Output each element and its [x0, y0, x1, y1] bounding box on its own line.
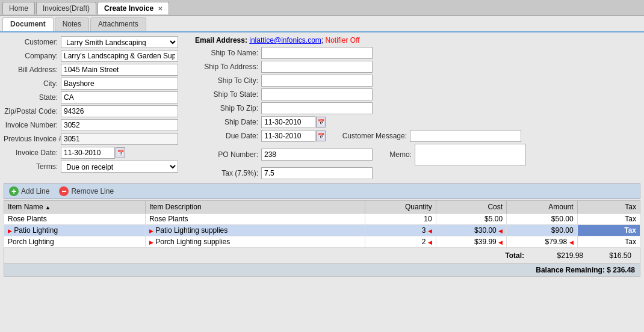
ship-to-name-label: Ship To Name:	[195, 49, 261, 57]
remove-line-button[interactable]: − Remove Line	[59, 186, 114, 196]
ship-to-address-label: Ship To Address:	[195, 63, 261, 71]
item-desc-cell: ▶ Patio Lighting supplies	[145, 225, 365, 236]
invoice-number-field[interactable]	[61, 119, 178, 131]
tax-label: Tax (7.5%):	[195, 169, 261, 177]
city-label: City:	[4, 79, 61, 88]
terms-select[interactable]: Due on receipt	[61, 161, 178, 173]
prev-invoice-field	[61, 133, 178, 145]
state-field[interactable]	[61, 91, 178, 103]
col-item-description[interactable]: Item Description	[145, 201, 365, 214]
terms-label: Terms:	[4, 162, 61, 171]
item-cost-cell: $5.00	[436, 214, 506, 225]
ship-to-state-label: Ship To State:	[195, 90, 261, 99]
totals-row: Total: $219.98 $16.50	[4, 248, 640, 264]
item-name-cell: ▶ Patio Lighting	[4, 225, 146, 236]
add-line-label: Add Line	[21, 187, 49, 195]
row-flag-icon: ▶	[149, 228, 153, 234]
row-flag-right-icon2: ◀	[498, 228, 503, 234]
main-content: Customer: Larry Smith Landscaping Compan…	[0, 32, 644, 332]
zip-label: Zip/Postal Code:	[4, 107, 61, 115]
ship-to-city-field[interactable]	[261, 75, 373, 87]
add-line-button[interactable]: + Add Line	[9, 186, 49, 196]
table-row[interactable]: Rose Plants Rose Plants 10 $5.00 $50.00 …	[4, 214, 640, 225]
invoice-number-label: Invoice Number:	[4, 121, 61, 129]
item-amount-cell: $50.00	[507, 214, 577, 225]
item-tax-cell: Tax	[577, 214, 640, 225]
col-amount[interactable]: Amount	[507, 201, 577, 214]
company-field[interactable]	[61, 50, 178, 62]
totals-table: Total: $219.98 $16.50	[500, 250, 636, 261]
ship-date-field[interactable]	[261, 116, 315, 128]
email-link[interactable]: inlattice@infonics.com	[249, 36, 321, 45]
col-item-name[interactable]: Item Name ▲	[4, 201, 146, 214]
po-number-field[interactable]	[261, 149, 373, 161]
memo-field[interactable]	[415, 144, 526, 165]
ship-to-name-field[interactable]	[261, 47, 373, 59]
item-qty-cell: 10	[365, 214, 436, 225]
col-tax[interactable]: Tax	[577, 201, 640, 214]
ship-date-calendar-btn[interactable]: 📅	[316, 117, 326, 128]
ship-to-zip-field[interactable]	[261, 102, 373, 114]
customer-label: Customer:	[4, 38, 61, 46]
remove-line-label: Remove Line	[71, 187, 114, 195]
ship-to-state-field[interactable]	[261, 88, 373, 100]
item-qty-cell: 3 ◀	[365, 225, 436, 236]
line-items-table: Item Name ▲ Item Description Quantity Co…	[4, 200, 640, 248]
tab-create-invoice[interactable]: Create Invoice ✕	[98, 2, 169, 14]
item-desc-cell: ▶ Porch Lighting supplies	[145, 236, 365, 248]
customer-select[interactable]: Larry Smith Landscaping	[61, 36, 178, 48]
bill-address-label: Bill Address:	[4, 66, 61, 74]
invoice-date-wrapper: 📅	[61, 147, 125, 159]
line-items-toolbar: + Add Line − Remove Line	[4, 183, 640, 199]
prev-invoice-label: Previous Invoice #	[4, 135, 61, 143]
sub-tab-bar: Document Notes Attachments	[0, 16, 644, 32]
due-date-wrapper: 📅	[261, 130, 326, 142]
due-date-label: Due Date:	[195, 132, 261, 140]
row-flag-right-icon3: ◀	[428, 239, 432, 245]
invoice-date-calendar-btn[interactable]: 📅	[116, 147, 125, 158]
city-field[interactable]	[61, 78, 178, 90]
item-desc-cell: Rose Plants	[145, 214, 365, 225]
zip-field[interactable]	[61, 105, 178, 117]
customer-msg-field[interactable]	[410, 130, 521, 142]
bill-address-field[interactable]	[61, 64, 178, 76]
total-label: Total:	[500, 250, 534, 261]
company-label: Company:	[4, 52, 61, 60]
ship-to-address-field[interactable]	[261, 61, 373, 73]
memo-label: Memo:	[385, 150, 415, 159]
row-flag-right-icon: ◀	[428, 228, 432, 234]
invoice-date-field[interactable]	[61, 147, 115, 159]
tax-field[interactable]	[261, 167, 373, 179]
item-tax-cell: Tax	[577, 225, 640, 236]
col-quantity[interactable]: Quantity	[365, 201, 436, 214]
due-date-calendar-btn[interactable]: 📅	[316, 131, 326, 141]
ship-to-city-label: Ship To City:	[195, 76, 261, 85]
tab-invoices-draft[interactable]: Invoices(Draft)	[36, 2, 96, 14]
po-number-label: PO Number:	[195, 150, 261, 159]
balance-label: Balance Remaining:	[536, 266, 605, 274]
invoice-date-label: Invoice Date:	[4, 149, 61, 157]
item-name-cell: Porch Lighting	[4, 236, 146, 248]
item-cost-cell: $30.00 ◀	[436, 225, 506, 236]
tab-document[interactable]: Document	[2, 17, 54, 31]
col-cost[interactable]: Cost	[436, 201, 506, 214]
table-row[interactable]: ▶ Patio Lighting ▶ Patio Lighting suppli…	[4, 225, 640, 236]
close-tab-icon[interactable]: ✕	[158, 5, 163, 12]
row-flag-icon: ▶	[149, 239, 153, 245]
ship-date-wrapper: 📅	[261, 116, 326, 128]
total-amount: $219.98	[534, 250, 588, 261]
item-name-cell: Rose Plants	[4, 214, 146, 225]
tab-attachments[interactable]: Attachments	[90, 17, 146, 31]
balance-remaining-row: Balance Remaining: $ 236.48	[4, 264, 640, 277]
tab-notes[interactable]: Notes	[55, 17, 89, 31]
item-amount-cell: $90.00	[507, 225, 577, 236]
item-cost-cell: $39.99 ◀	[436, 236, 506, 248]
tab-home[interactable]: Home	[2, 2, 35, 14]
row-flag-right-icon4: ◀	[498, 239, 503, 245]
top-tab-bar: Home Invoices(Draft) Create Invoice ✕	[0, 0, 644, 16]
total-tax: $16.50	[588, 250, 636, 261]
customer-msg-label: Customer Message:	[338, 132, 410, 140]
remove-line-icon: −	[59, 186, 69, 196]
table-row[interactable]: Porch Lighting ▶ Porch Lighting supplies…	[4, 236, 640, 248]
due-date-field[interactable]	[261, 130, 315, 142]
